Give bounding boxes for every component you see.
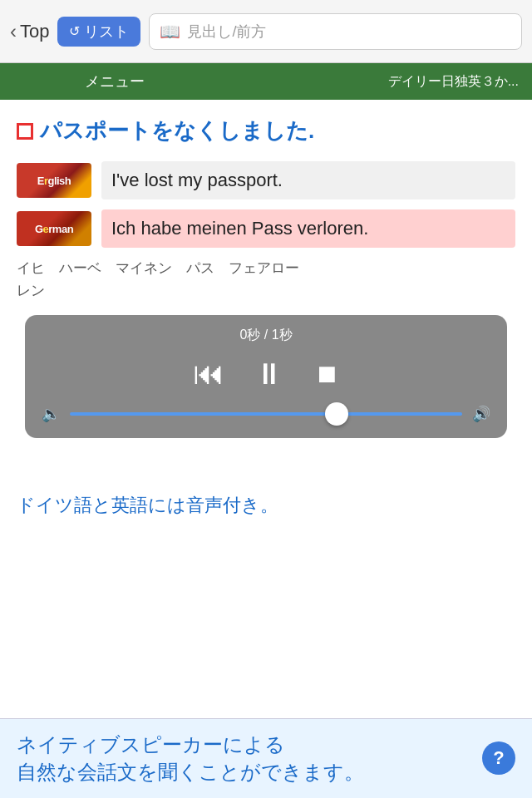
- bottom-section: ドイツ語と英語には音声付き。: [0, 480, 532, 525]
- jp-title-row: パスポートをなくしました.: [17, 116, 515, 145]
- back-button[interactable]: ‹ Top: [10, 20, 49, 43]
- search-bar[interactable]: 📖 見出し/前方: [149, 13, 522, 50]
- german-row: German Ich habe meinen Pass verloren.: [17, 207, 515, 250]
- english-badge: Erglish: [17, 163, 91, 198]
- bottom-text-1: ドイツ語と英語には音声付き。: [17, 493, 515, 518]
- book-icon: 📖: [160, 22, 180, 42]
- search-placeholder-text: 見出し/前方: [187, 22, 266, 42]
- volume-thumb[interactable]: [325, 402, 348, 426]
- volume-row: 🔈 🔊: [42, 405, 490, 423]
- phonetic-text: イヒ ハーベ マイネン パス フェアロー レン: [17, 257, 515, 302]
- help-button[interactable]: ?: [482, 741, 515, 775]
- audio-time: 0秒 / 1秒: [42, 327, 490, 344]
- footer-text: ネイティブスピーカーによる 自然な会話文を聞くことができます。: [17, 731, 472, 786]
- audio-controls: ⏮ ⏸ ⏹: [42, 356, 490, 392]
- english-row: Erglish I've lost my passport.: [17, 159, 515, 202]
- header-bar: メニュー デイリー日独英３か...: [0, 63, 532, 100]
- stop-button[interactable]: ⏹: [314, 360, 339, 388]
- german-badge: German: [17, 211, 91, 246]
- audio-player: 0秒 / 1秒 ⏮ ⏸ ⏹ 🔈 🔊: [25, 315, 507, 438]
- chevron-left-icon: ‹: [10, 20, 17, 43]
- volume-high-icon: 🔊: [472, 405, 490, 423]
- list-button[interactable]: ↺ リスト: [57, 17, 140, 47]
- pause-button[interactable]: ⏸: [254, 357, 284, 392]
- footer-bar: ネイティブスピーカーによる 自然な会話文を聞くことができます。 ?: [0, 718, 532, 798]
- header-title: デイリー日独英３か...: [215, 73, 519, 91]
- german-badge-label: German: [35, 223, 73, 235]
- back-label: Top: [20, 21, 49, 42]
- english-text: I've lost my passport.: [101, 161, 515, 200]
- volume-low-icon: 🔈: [42, 405, 60, 423]
- list-icon: ↺: [69, 23, 80, 39]
- header-menu-label: メニュー: [13, 71, 215, 91]
- english-badge-label: Erglish: [37, 175, 71, 187]
- list-button-label: リスト: [84, 22, 129, 42]
- skip-back-button[interactable]: ⏮: [193, 356, 224, 392]
- german-text: Ich habe meinen Pass verloren.: [101, 209, 515, 248]
- nav-bar: ‹ Top ↺ リスト 📖 見出し/前方: [0, 0, 532, 63]
- title-icon: [17, 123, 33, 140]
- jp-title-text: パスポートをなくしました.: [40, 116, 314, 145]
- volume-track[interactable]: [70, 412, 462, 416]
- main-content: パスポートをなくしました. Erglish I've lost my passp…: [0, 100, 532, 446]
